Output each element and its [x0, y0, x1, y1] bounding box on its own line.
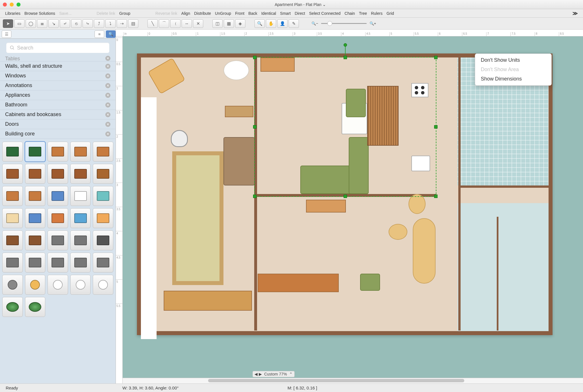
menu-ungroup[interactable]: UnGroup [215, 11, 231, 16]
tool-conn-4[interactable]: ⤷ [83, 19, 93, 28]
zoom-out-icon[interactable]: 🔍− [311, 21, 318, 26]
tool-conn-7[interactable]: ⇢ [117, 19, 127, 28]
armchair[interactable] [148, 58, 185, 94]
shape-item[interactable] [93, 275, 113, 295]
category-building-core[interactable]: Building core✕ [0, 129, 116, 139]
tool-dim-cross[interactable]: ✕ [193, 19, 203, 28]
close-icon[interactable] [3, 3, 7, 7]
shape-item[interactable] [25, 253, 46, 273]
menu-browse-solutions[interactable]: Browse Solutions [24, 11, 55, 16]
zoom-in-icon[interactable]: 🔍+ [369, 21, 376, 26]
category-walls-shell-and-structure[interactable]: Walls, shell and structure✕ [0, 61, 116, 71]
menu-grid[interactable]: Grid [387, 11, 394, 16]
shape-item[interactable] [2, 186, 23, 206]
tool-line[interactable]: ╲ [147, 19, 158, 28]
tool-conn-1[interactable]: ↘ [48, 19, 59, 28]
shape-item[interactable] [2, 164, 23, 184]
menu-libraries[interactable]: Libraries [5, 11, 20, 16]
tool-rect[interactable]: ▭ [14, 19, 24, 28]
tool-person-icon[interactable]: 👤 [277, 19, 288, 28]
shape-item[interactable] [70, 142, 91, 162]
shape-item[interactable] [70, 208, 91, 228]
tool-text[interactable]: ≣ [37, 19, 47, 28]
zoom-thumb[interactable] [327, 21, 332, 26]
tool-area-2[interactable]: ▦ [224, 19, 234, 28]
shape-item[interactable] [2, 230, 23, 250]
shape-item[interactable] [25, 230, 46, 250]
tool-library-icon[interactable]: ▤ [128, 19, 138, 28]
menu-direct[interactable]: Direct [295, 11, 305, 16]
close-icon[interactable]: ✕ [105, 64, 110, 69]
close-icon[interactable]: ✕ [105, 102, 110, 108]
sink-oval[interactable] [223, 60, 249, 80]
lib-toggle-icon[interactable]: ☰ [2, 30, 11, 38]
tool-area-3[interactable]: ◈ [235, 19, 245, 28]
shape-item[interactable] [70, 186, 91, 206]
wall-bath-top[interactable] [458, 185, 552, 188]
tool-eyedropper-icon[interactable]: ✎ [289, 19, 299, 28]
menu-distribute[interactable]: Distribute [194, 11, 211, 16]
shape-item[interactable] [25, 186, 46, 206]
shape-item[interactable] [2, 253, 23, 273]
menu-back[interactable]: Back [249, 11, 257, 16]
sofa-left[interactable] [223, 137, 255, 185]
menu-group[interactable]: Group [119, 11, 130, 16]
close-icon[interactable]: ✕ [105, 56, 110, 61]
shape-item[interactable] [25, 164, 46, 184]
shape-item[interactable] [48, 275, 68, 295]
category-annotations[interactable]: Annotations✕ [0, 81, 116, 90]
tool-pointer[interactable]: ➤ [3, 19, 13, 28]
shape-item[interactable] [2, 275, 23, 295]
tool-pan-icon[interactable]: ✋ [266, 19, 276, 28]
close-icon[interactable]: ✕ [105, 112, 110, 117]
page[interactable] [137, 53, 553, 335]
shape-item[interactable] [93, 186, 113, 206]
shape-item[interactable] [70, 253, 91, 273]
wall-vertical-2[interactable] [458, 57, 461, 331]
shape-item[interactable] [2, 142, 23, 162]
category-cabinets-and-bookcases[interactable]: Cabinets and bookcases✕ [0, 110, 116, 119]
shape-item[interactable] [93, 164, 113, 184]
bathtub[interactable] [413, 218, 436, 284]
ctx-dont-show-area[interactable]: Don't Show Area [475, 65, 551, 74]
shape-item[interactable] [48, 186, 68, 206]
basin[interactable] [389, 224, 407, 240]
category-tables[interactable]: Tables✕ [0, 56, 116, 61]
ctx-dont-show-units[interactable]: Don't Show Units [475, 55, 551, 65]
tool-arc[interactable]: ⌒ [159, 19, 169, 28]
close-icon[interactable]: ✕ [105, 93, 110, 98]
cabinet-row[interactable] [258, 274, 339, 292]
stool-green[interactable] [360, 274, 380, 291]
shape-item[interactable] [70, 164, 91, 184]
tool-zoom-icon[interactable]: 🔍 [254, 19, 265, 28]
shape-item[interactable] [2, 208, 23, 228]
tool-conn-3[interactable]: ⎋ [71, 19, 81, 28]
menu-chain[interactable]: Chain [344, 11, 355, 16]
office-chair[interactable] [171, 130, 188, 147]
menu-tree[interactable]: Tree [359, 11, 367, 16]
category-windows[interactable]: Windows✕ [0, 71, 116, 81]
category-appliances[interactable]: Appliances✕ [0, 90, 116, 100]
close-icon[interactable]: ✕ [105, 131, 110, 137]
rug[interactable] [172, 151, 223, 285]
tool-ellipse[interactable]: ◯ [26, 19, 36, 28]
menu-identical[interactable]: Identical [261, 11, 276, 16]
search-input[interactable]: Search [6, 43, 109, 53]
tool-area-1[interactable]: ◫ [212, 19, 223, 28]
tool-conn-5[interactable]: ⤴ [94, 19, 104, 28]
shape-item[interactable] [93, 142, 113, 162]
shape-item[interactable] [25, 208, 46, 228]
close-icon[interactable]: ✕ [105, 122, 110, 127]
ctx-show-dimensions[interactable]: Show Dimensions [475, 74, 551, 84]
category-doors[interactable]: Doors✕ [0, 119, 116, 129]
cabinet-bottom-left[interactable] [164, 291, 252, 311]
toilet[interactable] [408, 194, 426, 214]
tool-conn-2[interactable]: ⤶ [60, 19, 70, 28]
close-icon[interactable]: ✕ [105, 83, 110, 88]
lib-list-icon[interactable]: ≡ [95, 30, 104, 38]
menu-select-connected[interactable]: Select Connected [309, 11, 341, 16]
category-bathroom[interactable]: Bathroom✕ [0, 100, 116, 110]
menu-front[interactable]: Front [235, 11, 245, 16]
shape-item[interactable] [2, 297, 23, 317]
shape-item[interactable] [48, 142, 68, 162]
